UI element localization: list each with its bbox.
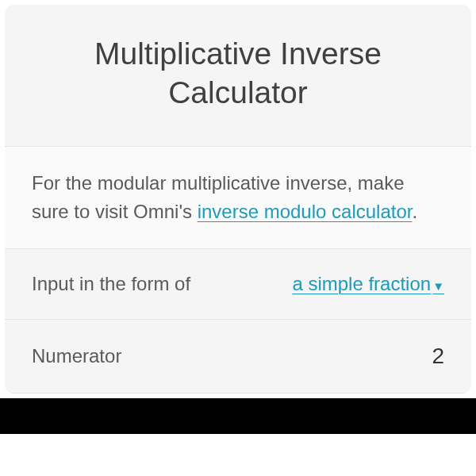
numerator-label: Numerator (32, 345, 121, 367)
chevron-down-icon: ▼ (432, 279, 444, 293)
input-form-type-label: Input in the form of (32, 273, 190, 295)
description-text: For the modular multiplicative inverse, … (32, 169, 444, 226)
bottom-bar (0, 398, 476, 434)
description-after: . (412, 201, 417, 222)
calculator-header: Multiplicative Inverse Calculator (5, 5, 471, 146)
description-section: For the modular multiplicative inverse, … (5, 146, 471, 249)
input-form-type-row: Input in the form of a simple fraction ▼ (5, 249, 471, 320)
input-form-type-dropdown[interactable]: a simple fraction ▼ (292, 273, 444, 295)
page-title: Multiplicative Inverse Calculator (36, 35, 440, 113)
numerator-value[interactable]: 2 (432, 344, 444, 369)
numerator-row: Numerator 2 (5, 320, 471, 393)
inverse-modulo-link[interactable]: inverse modulo calculator (198, 201, 413, 222)
calculator-card: Multiplicative Inverse Calculator For th… (5, 5, 471, 393)
dropdown-selected-text: a simple fraction (292, 273, 431, 295)
